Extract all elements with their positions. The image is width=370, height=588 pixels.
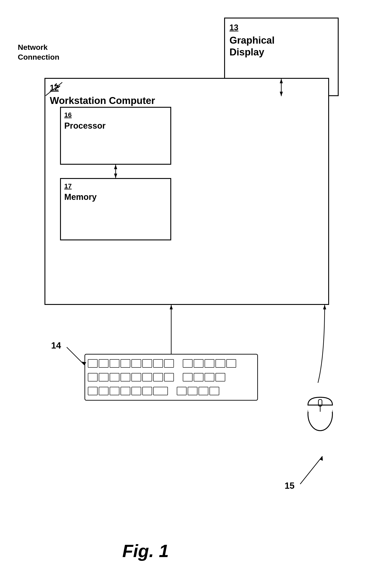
diagram-container: Network Connection 13 GraphicalDisplay 1…: [0, 0, 370, 588]
key: [88, 373, 98, 381]
key: [205, 373, 214, 381]
key: [177, 387, 187, 395]
key: [120, 359, 130, 368]
workstation-ref: 12: [50, 83, 155, 93]
key: [142, 387, 152, 395]
key: [183, 373, 192, 381]
keyboard-icon: [84, 354, 258, 401]
key: [131, 387, 141, 395]
workstation-label: 12 Workstation Computer: [50, 83, 155, 107]
svg-marker-20: [320, 456, 323, 461]
key: [210, 387, 219, 395]
key: [164, 373, 174, 381]
key: [110, 359, 120, 368]
key: [153, 359, 163, 368]
key: [199, 387, 208, 395]
key: [188, 387, 198, 395]
processor-title: Processor: [64, 121, 106, 131]
key: [153, 373, 163, 381]
key: [99, 359, 109, 368]
key: [110, 373, 120, 381]
mouse-icon: [302, 383, 338, 434]
processor-ref: 16: [64, 111, 106, 119]
graphical-display-label: 13 GraphicalDisplay: [230, 23, 275, 58]
key: [120, 373, 130, 381]
key: [142, 373, 152, 381]
svg-marker-15: [170, 305, 173, 309]
network-connection-label: Network Connection: [18, 42, 59, 62]
memory-box: 17 Memory: [60, 178, 171, 240]
workstation-title: Workstation Computer: [50, 95, 155, 107]
svg-marker-16: [323, 305, 326, 309]
key: [99, 373, 109, 381]
graphical-display-ref: 13: [230, 23, 275, 32]
key: [110, 387, 120, 395]
key: [131, 373, 141, 381]
processor-label: 16 Processor: [64, 111, 106, 131]
key: [194, 359, 203, 368]
keyboard-ref-label: 14: [51, 340, 61, 351]
key: [215, 359, 225, 368]
memory-title: Memory: [64, 192, 97, 202]
key: [164, 359, 174, 368]
svg-line-17: [67, 347, 84, 365]
key: [226, 359, 236, 368]
processor-box: 16 Processor: [60, 107, 171, 165]
key: [99, 387, 109, 395]
mouse-ref-label: 15: [285, 481, 295, 491]
key: [142, 359, 152, 368]
figure-label: Fig. 1: [122, 541, 169, 561]
key: [215, 373, 225, 381]
memory-ref: 17: [64, 182, 97, 190]
key: [153, 387, 168, 395]
key: [205, 359, 214, 368]
key: [88, 359, 98, 368]
graphical-display-title: GraphicalDisplay: [230, 34, 275, 58]
key: [88, 387, 98, 395]
key: [183, 359, 192, 368]
key: [120, 387, 130, 395]
key: [194, 373, 203, 381]
key: [131, 359, 141, 368]
memory-label: 17 Memory: [64, 182, 97, 202]
svg-line-19: [300, 456, 322, 484]
